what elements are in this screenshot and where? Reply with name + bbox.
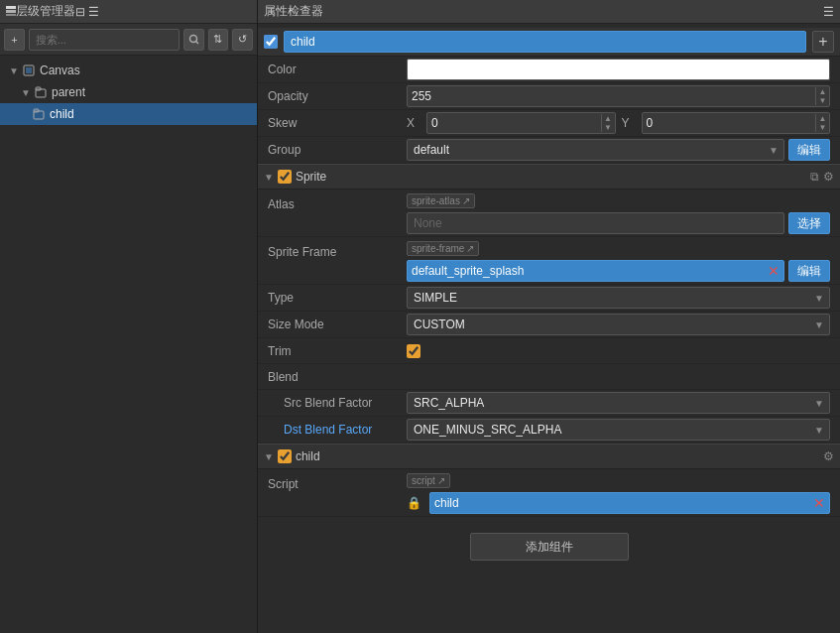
script-input[interactable]	[434, 496, 813, 510]
left-toolbar: + ⇅ ↺	[0, 24, 257, 56]
sprite-frame-clear-button[interactable]: ✕	[768, 264, 780, 278]
parent-icon	[34, 85, 48, 99]
group-edit-button[interactable]: 编辑	[788, 139, 830, 161]
sprite-enabled-checkbox[interactable]	[278, 170, 292, 184]
node-enabled-checkbox[interactable]	[264, 35, 278, 49]
dst-blend-dropdown[interactable]: ONE_MINUS_SRC_ALPHA ONE ZERO DST_ALPHA	[407, 419, 830, 441]
search-input[interactable]	[29, 29, 180, 51]
atlas-badge-icon: ↗	[462, 195, 470, 206]
sprite-frame-edit-button[interactable]: 编辑	[788, 260, 830, 282]
child-enabled-checkbox[interactable]	[278, 449, 292, 463]
sprite-gear-icon[interactable]: ⚙	[823, 170, 834, 184]
skew-x-spin-down[interactable]: ▼	[602, 123, 615, 132]
trim-checkbox[interactable]	[407, 344, 420, 358]
sprite-frame-input[interactable]	[412, 264, 768, 278]
opacity-input[interactable]	[408, 86, 815, 106]
skew-x-label: X	[407, 116, 420, 130]
opacity-value: ▲ ▼	[407, 85, 830, 107]
atlas-badge-row: sprite-atlas ↗	[407, 193, 475, 208]
canvas-icon	[22, 63, 36, 77]
search-button[interactable]	[183, 29, 204, 51]
sprite-section-icons: ⧉ ⚙	[810, 170, 834, 184]
skew-x-spin: ▲ ▼	[601, 114, 615, 132]
group-dropdown[interactable]: default	[407, 139, 784, 161]
skew-value: X ▲ ▼ Y ▲	[407, 112, 830, 134]
prop-src-blend-row: Src Blend Factor SRC_ALPHA ONE ZERO SRC_…	[258, 390, 840, 417]
src-blend-dropdown[interactable]: SRC_ALPHA ONE ZERO SRC_COLOR	[407, 392, 830, 414]
color-label: Color	[268, 63, 407, 76]
skew-y-spin: ▲ ▼	[815, 114, 829, 132]
prop-opacity-row: Opacity ▲ ▼	[258, 83, 840, 110]
refresh-button[interactable]: ↺	[232, 29, 253, 51]
tree-arrow-parent: ▼	[20, 86, 32, 98]
sizemode-value: CUSTOM TRIMMED RAW ▼	[407, 314, 830, 335]
sprite-frame-input-with-x: ✕	[407, 260, 784, 282]
left-panel-title: 层级管理器	[16, 3, 75, 20]
tree-item-canvas[interactable]: ▼ Canvas	[0, 60, 257, 81]
type-dropdown[interactable]: SIMPLE SLICED TILED FILLED	[407, 287, 830, 309]
sizemode-label: Size Mode	[268, 317, 407, 331]
atlas-badge: sprite-atlas ↗	[407, 193, 475, 208]
svg-rect-2	[6, 14, 16, 16]
sprite-frame-label: Sprite Frame	[268, 241, 407, 259]
script-label: Script	[268, 473, 407, 491]
add-component-header-button[interactable]: +	[812, 31, 834, 53]
sort-button[interactable]: ⇅	[208, 29, 229, 51]
src-blend-value: SRC_ALPHA ONE ZERO SRC_COLOR ▼	[407, 392, 830, 414]
skew-y-input[interactable]	[643, 113, 816, 133]
atlas-none-input: None	[407, 212, 784, 234]
add-component-button[interactable]: 添加组件	[470, 533, 629, 561]
prop-sizemode-row: Size Mode CUSTOM TRIMMED RAW ▼	[258, 312, 840, 338]
atlas-select-button[interactable]: 选择	[788, 212, 830, 234]
script-badge-label: script	[412, 475, 435, 486]
svg-rect-6	[26, 67, 32, 73]
parent-label: parent	[52, 85, 85, 99]
prop-type-row: Type SIMPLE SLICED TILED FILLED ▼	[258, 285, 840, 312]
atlas-badge-label: sprite-atlas	[412, 195, 460, 206]
sprite-frame-badge-label: sprite-frame	[412, 243, 464, 254]
child-section-header[interactable]: ▼ child ⚙	[258, 443, 840, 469]
skew-y-spin-up[interactable]: ▲	[816, 114, 829, 123]
layers-icon	[6, 5, 16, 19]
opacity-spin-up[interactable]: ▲	[816, 87, 829, 96]
tree-item-parent[interactable]: ▼ parent	[0, 81, 257, 103]
minimize-icon[interactable]: ⊟	[75, 5, 85, 19]
script-badge: script ↗	[407, 473, 450, 488]
script-badge-row: script ↗	[407, 473, 450, 488]
skew-x-input[interactable]	[427, 113, 601, 133]
right-panel-title: 属性检查器	[264, 3, 323, 20]
sprite-section-arrow: ▼	[264, 172, 274, 183]
child-section-icons: ⚙	[823, 449, 834, 463]
script-input-with-x: ✕	[429, 492, 830, 514]
dst-blend-label: Dst Blend Factor	[268, 423, 407, 437]
svg-rect-0	[6, 6, 16, 9]
svg-point-3	[189, 36, 196, 43]
sprite-copy-icon[interactable]: ⧉	[810, 170, 819, 184]
src-blend-label: Src Blend Factor	[268, 396, 407, 410]
sizemode-dropdown[interactable]: CUSTOM TRIMMED RAW	[407, 314, 830, 335]
prop-blend-row: Blend	[258, 364, 840, 390]
menu-icon[interactable]: ☰	[88, 5, 99, 19]
child-section-title: child	[296, 449, 823, 463]
sprite-section-header[interactable]: ▼ Sprite ⧉ ⚙	[258, 164, 840, 190]
opacity-spin-down[interactable]: ▼	[816, 96, 829, 105]
group-label: Group	[268, 143, 407, 157]
skew-y-spin-down[interactable]: ▼	[816, 123, 829, 132]
sprite-frame-badge: sprite-frame ↗	[407, 241, 479, 256]
svg-rect-1	[6, 10, 16, 13]
tree-item-child[interactable]: child	[0, 103, 257, 125]
child-gear-icon[interactable]: ⚙	[823, 449, 834, 463]
prop-skew-row: Skew X ▲ ▼ Y	[258, 110, 840, 137]
skew-x-spin-up[interactable]: ▲	[602, 114, 615, 123]
tree-arrow-canvas: ▼	[8, 64, 20, 76]
color-picker[interactable]	[407, 59, 830, 80]
script-clear-button[interactable]: ✕	[813, 496, 825, 510]
add-node-button[interactable]: +	[4, 29, 25, 51]
sprite-frame-badge-row: sprite-frame ↗	[407, 241, 479, 256]
child-label: child	[50, 107, 74, 121]
right-menu-icon[interactable]: ☰	[823, 5, 834, 19]
node-name-input[interactable]	[284, 31, 806, 53]
child-section-arrow: ▼	[264, 451, 274, 462]
atlas-field-row: None 选择	[407, 212, 830, 234]
sprite-frame-value: sprite-frame ↗ ✕ 编辑	[407, 241, 830, 282]
